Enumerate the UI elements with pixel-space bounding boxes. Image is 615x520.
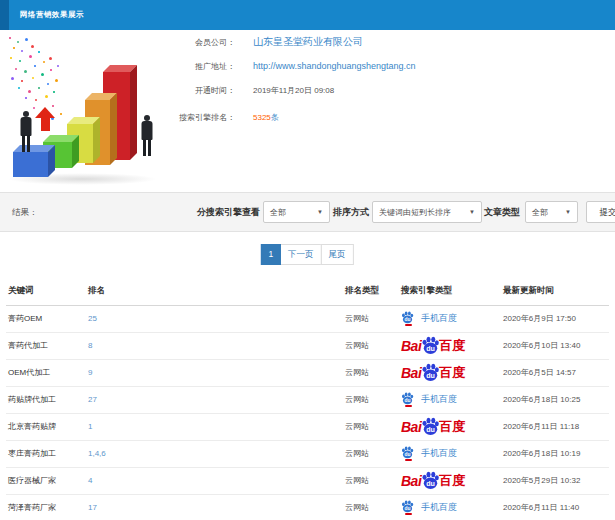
baidu-logo: Baidu百度 bbox=[401, 336, 465, 355]
mobile-baidu-badge: du手机百度 bbox=[401, 500, 457, 515]
keyword-cell: OEM代加工 bbox=[6, 359, 88, 386]
rank-cell[interactable]: 27 bbox=[88, 386, 345, 413]
update-time-cell: 2020年6月9日 17:50 bbox=[503, 305, 609, 332]
engine-rank-count: 5325条 bbox=[253, 112, 279, 123]
keyword-cell: 膏药代加工 bbox=[6, 332, 88, 359]
engine-type-cell: du手机百度 bbox=[401, 305, 503, 332]
table-row: 膏药代加工8云网站Baidu百度2020年6月10日 13:40 bbox=[6, 332, 609, 359]
info-row: 开通时间：2019年11月20日 09:08 bbox=[0, 78, 615, 102]
info-section: 会员公司：山东皇圣堂药业有限公司推广地址：http://www.shandong… bbox=[0, 30, 615, 192]
engine-type-cell: du手机百度 bbox=[401, 386, 503, 413]
keyword-cell: 药贴牌代加工 bbox=[6, 386, 88, 413]
mobile-baidu-paw-icon: du bbox=[401, 500, 414, 513]
update-time-cell: 2020年6月10日 13:40 bbox=[503, 332, 609, 359]
baidu-logo: Baidu百度 bbox=[401, 363, 465, 382]
svg-text:du: du bbox=[405, 452, 411, 457]
svg-text:du: du bbox=[405, 506, 411, 511]
article-type-label: 文章类型 bbox=[484, 206, 520, 219]
svg-text:du: du bbox=[426, 426, 435, 434]
keyword-cell: 医疗器械厂家 bbox=[6, 467, 88, 494]
baidu-paw-icon: du bbox=[421, 471, 440, 490]
rank-type-cell: 云网站 bbox=[345, 386, 401, 413]
info-label: 推广地址： bbox=[0, 61, 235, 72]
update-time-cell: 2020年6月11日 11:40 bbox=[503, 494, 609, 520]
rank-type-cell: 云网站 bbox=[345, 413, 401, 440]
update-time-cell: 2020年5月29日 10:32 bbox=[503, 467, 609, 494]
info-label: 搜索引擎排名： bbox=[0, 112, 235, 123]
sort-select[interactable]: 关键词由短到长排序▼ bbox=[372, 201, 482, 223]
filter-bar: 结果： 分搜索引擎查看 全部▼ 排序方式 关键词由短到长排序▼ 文章类型 全部▼… bbox=[0, 192, 615, 232]
promo-url-link[interactable]: http://www.shandonghuangshengtang.cn bbox=[253, 61, 416, 71]
col-rank-type: 排名类型 bbox=[345, 277, 401, 305]
results-table-body: 膏药OEM25云网站du手机百度2020年6月9日 17:50膏药代加工8云网站… bbox=[6, 305, 609, 520]
update-time-cell: 2020年6月11日 11:18 bbox=[503, 413, 609, 440]
mobile-baidu-paw-icon: du bbox=[401, 311, 414, 324]
engine-type-cell: Baidu百度 bbox=[401, 413, 503, 440]
info-row: 推广地址：http://www.shandonghuangshengtang.c… bbox=[0, 54, 615, 78]
baidu-paw-icon: du bbox=[421, 363, 440, 382]
rank-cell[interactable]: 9 bbox=[88, 359, 345, 386]
baidu-logo: Baidu百度 bbox=[401, 417, 465, 436]
page-1-button[interactable]: 1 bbox=[260, 244, 281, 265]
col-update-time: 最新更新时间 bbox=[503, 277, 609, 305]
engine-type-cell: Baidu百度 bbox=[401, 332, 503, 359]
rank-type-cell: 云网站 bbox=[345, 305, 401, 332]
mobile-baidu-badge: du手机百度 bbox=[401, 311, 457, 326]
table-row: 枣庄膏药加工1,4,6云网站du手机百度2020年6月18日 10:19 bbox=[6, 440, 609, 467]
svg-text:du: du bbox=[426, 345, 435, 353]
rank-type-cell: 云网站 bbox=[345, 494, 401, 520]
rank-type-cell: 云网站 bbox=[345, 440, 401, 467]
next-page-button[interactable]: 下一页 bbox=[280, 244, 322, 265]
results-table: 关键词 排名 排名类型 搜索引擎类型 最新更新时间 膏药OEM25云网站du手机… bbox=[6, 277, 609, 520]
mobile-baidu-paw-icon: du bbox=[401, 446, 414, 459]
svg-text:du: du bbox=[426, 372, 435, 380]
info-label: 开通时间： bbox=[0, 85, 235, 96]
sort-label: 排序方式 bbox=[333, 206, 369, 219]
chevron-down-icon: ▼ bbox=[469, 209, 475, 215]
rank-cell[interactable]: 4 bbox=[88, 467, 345, 494]
keyword-cell: 北京膏药贴牌 bbox=[6, 413, 88, 440]
engine-type-cell: Baidu百度 bbox=[401, 359, 503, 386]
table-row: 膏药OEM25云网站du手机百度2020年6月9日 17:50 bbox=[6, 305, 609, 332]
baidu-paw-icon: du bbox=[421, 417, 440, 436]
engine-type-cell: du手机百度 bbox=[401, 494, 503, 520]
keyword-cell: 膏药OEM bbox=[6, 305, 88, 332]
table-header-row: 关键词 排名 排名类型 搜索引擎类型 最新更新时间 bbox=[6, 277, 609, 305]
baidu-logo: Baidu百度 bbox=[401, 471, 465, 490]
last-page-button[interactable]: 尾页 bbox=[321, 244, 354, 265]
info-row: 会员公司：山东皇圣堂药业有限公司 bbox=[0, 30, 615, 54]
col-engine-type: 搜索引擎类型 bbox=[401, 277, 503, 305]
page-title: 网络营销效果展示 bbox=[0, 0, 615, 30]
info-row: 搜索引擎排名：5325条 bbox=[0, 105, 615, 129]
mobile-baidu-badge: du手机百度 bbox=[401, 392, 457, 407]
rank-cell[interactable]: 17 bbox=[88, 494, 345, 520]
pagination: 1 下一页 尾页 bbox=[261, 244, 353, 265]
svg-text:du: du bbox=[426, 480, 435, 488]
update-time-cell: 2020年6月18日 10:25 bbox=[503, 386, 609, 413]
baidu-paw-icon: du bbox=[421, 336, 440, 355]
rank-cell[interactable]: 8 bbox=[88, 332, 345, 359]
article-type-select[interactable]: 全部▼ bbox=[525, 201, 578, 223]
company-info: 会员公司：山东皇圣堂药业有限公司推广地址：http://www.shandong… bbox=[0, 30, 615, 129]
table-row: 医疗器械厂家4云网站Baidu百度2020年5月29日 10:32 bbox=[6, 467, 609, 494]
rank-cell[interactable]: 1,4,6 bbox=[88, 440, 345, 467]
header-accent-strip bbox=[0, 0, 9, 30]
open-time-value: 2019年11月20日 09:08 bbox=[253, 85, 334, 96]
engine-filter-select[interactable]: 全部▼ bbox=[263, 201, 330, 223]
chevron-down-icon: ▼ bbox=[565, 209, 571, 215]
table-row: 药贴牌代加工27云网站du手机百度2020年6月18日 10:25 bbox=[6, 386, 609, 413]
page-header: 网络营销效果展示 bbox=[0, 0, 615, 30]
table-row: 菏泽膏药厂家17云网站du手机百度2020年6月11日 11:40 bbox=[6, 494, 609, 520]
engine-type-cell: du手机百度 bbox=[401, 440, 503, 467]
table-row: 北京膏药贴牌1云网站Baidu百度2020年6月11日 11:18 bbox=[6, 413, 609, 440]
submit-button[interactable]: 提交 bbox=[586, 201, 615, 223]
info-label: 会员公司： bbox=[0, 37, 235, 48]
engine-filter-label: 分搜索引擎查看 bbox=[197, 206, 260, 219]
chevron-down-icon: ▼ bbox=[317, 209, 323, 215]
mobile-baidu-badge: du手机百度 bbox=[401, 446, 457, 461]
svg-text:du: du bbox=[405, 317, 411, 322]
rank-cell[interactable]: 25 bbox=[88, 305, 345, 332]
update-time-cell: 2020年6月18日 10:19 bbox=[503, 440, 609, 467]
rank-cell[interactable]: 1 bbox=[88, 413, 345, 440]
company-name-link[interactable]: 山东皇圣堂药业有限公司 bbox=[253, 35, 363, 49]
